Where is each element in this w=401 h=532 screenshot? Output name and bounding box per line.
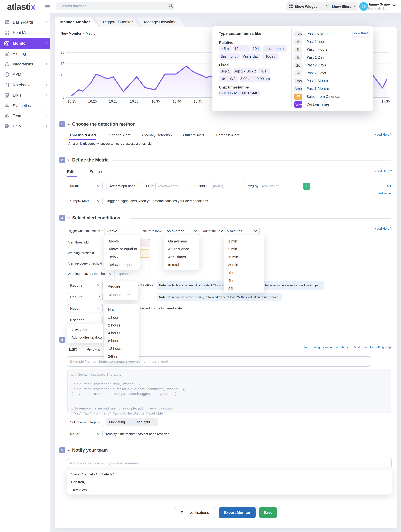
svg-text:?: ? [6, 124, 8, 128]
